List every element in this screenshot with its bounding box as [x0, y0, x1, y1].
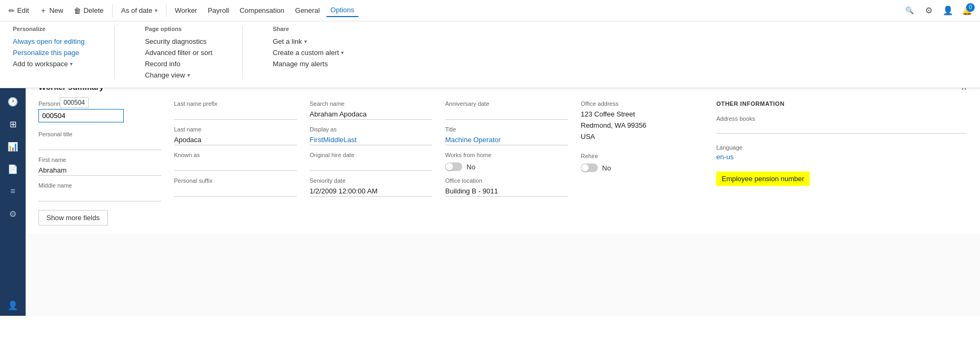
- col1: Personnel 000504 Personal title First na…: [38, 100, 161, 201]
- personalize-section: Personalize Always open for editing Pers…: [13, 26, 84, 79]
- works-from-home-toggle[interactable]: [445, 162, 462, 171]
- search-toolbar-icon: 🔍: [905, 6, 914, 14]
- anniversary-date-field: Anniversary date: [445, 100, 568, 120]
- personalize-this-link[interactable]: Personalize this page: [13, 49, 84, 57]
- user-icon-wrapper: 👤: [939, 2, 957, 19]
- language-value[interactable]: en-us: [716, 153, 967, 161]
- works-from-home-value: No: [467, 163, 476, 171]
- known-as-input[interactable]: [174, 160, 297, 171]
- personal-title-label: Personal title: [38, 131, 161, 137]
- options-button[interactable]: Options: [326, 4, 359, 17]
- anniversary-date-input[interactable]: [445, 109, 568, 120]
- works-from-home-label: Works from home: [445, 152, 568, 158]
- worker-button[interactable]: Worker: [171, 4, 202, 17]
- rehire-field: Rehire No: [581, 153, 704, 172]
- last-name-input[interactable]: [174, 135, 297, 145]
- personal-suffix-field: Personal suffix: [174, 177, 297, 197]
- add-to-workspace-link[interactable]: Add to workspace: [13, 60, 68, 68]
- get-link-link[interactable]: Get a link: [273, 37, 302, 45]
- delete-button[interactable]: 🗑 Delete: [69, 4, 108, 17]
- settings-icon-wrapper: ⚙: [920, 2, 937, 19]
- known-as-label: Known as: [174, 152, 297, 158]
- personal-title-field: Personal title: [38, 131, 161, 150]
- notification-wrapper: 🔔 0: [959, 2, 976, 19]
- user-profile-button[interactable]: 👤: [939, 2, 957, 19]
- personnel-wrapper: 000504: [38, 109, 161, 122]
- new-label: New: [49, 6, 63, 14]
- first-name-input[interactable]: [38, 165, 161, 176]
- search-name-input[interactable]: [310, 109, 432, 120]
- options-label: Options: [330, 6, 354, 14]
- settings-button[interactable]: ⚙: [920, 2, 937, 19]
- rehire-toggle-wrapper: No: [581, 164, 704, 172]
- delete-icon: 🗑: [74, 6, 81, 15]
- title-field: Title Machine Operator: [445, 126, 568, 145]
- as-of-date-button[interactable]: As of date ▾: [117, 4, 162, 17]
- seniority-date-input[interactable]: [310, 186, 432, 197]
- share-section: Share Get a link ▾ Create a custom alert…: [273, 26, 344, 79]
- title-value[interactable]: Machine Operator: [445, 135, 568, 145]
- change-view-link[interactable]: Change view: [145, 71, 185, 79]
- sidebar-list-icon[interactable]: ≡: [2, 181, 23, 202]
- add-to-workspace-row: Add to workspace ▾: [13, 60, 84, 68]
- sidebar-chart-icon[interactable]: 📊: [2, 136, 23, 157]
- share-title: Share: [273, 26, 344, 32]
- personnel-input[interactable]: [38, 109, 124, 122]
- original-hire-input[interactable]: [310, 160, 432, 171]
- office-location-label: Office location: [445, 177, 568, 184]
- sidebar-recent-icon[interactable]: 🕐: [2, 91, 23, 112]
- notification-badge: 0: [966, 3, 975, 12]
- original-hire-field: Original hire date: [310, 152, 432, 171]
- sidebar-doc-icon[interactable]: 📄: [2, 158, 23, 180]
- rehire-toggle[interactable]: [581, 164, 598, 172]
- last-name-prefix-input[interactable]: [174, 109, 297, 120]
- seniority-date-label: Seniority date: [310, 177, 432, 184]
- sidebar-settings-icon[interactable]: ⚙: [2, 203, 23, 224]
- manage-alerts-link[interactable]: Manage my alerts: [273, 60, 344, 68]
- personnel-label: Personnel: [38, 100, 161, 107]
- search-toolbar-button[interactable]: 🔍: [901, 4, 918, 17]
- compensation-label: Compensation: [240, 6, 284, 14]
- get-link-chevron: ▾: [304, 38, 307, 44]
- edit-icon: ✏: [9, 6, 15, 15]
- record-info-link[interactable]: Record info: [145, 60, 212, 68]
- always-open-link[interactable]: Always open for editing: [13, 37, 84, 45]
- display-as-value[interactable]: FirstMiddleLast: [310, 135, 432, 145]
- page-options-section: Page options Security diagnostics Advanc…: [145, 26, 212, 79]
- sidebar-user-icon[interactable]: 👤: [2, 294, 23, 316]
- rehire-value: No: [602, 164, 611, 172]
- add-workspace-chevron: ▾: [70, 61, 73, 67]
- personalize-title: Personalize: [13, 26, 84, 32]
- personal-title-input[interactable]: [38, 139, 161, 150]
- compensation-button[interactable]: Compensation: [235, 4, 289, 17]
- advanced-filter-link[interactable]: Advanced filter or sort: [145, 49, 212, 57]
- show-more-fields-button[interactable]: Show more fields: [38, 210, 108, 225]
- sidebar-workspaces-icon[interactable]: ⊞: [2, 113, 23, 135]
- first-name-field: First name: [38, 157, 161, 176]
- payroll-button[interactable]: Payroll: [203, 4, 233, 17]
- security-diagnostics-link[interactable]: Security diagnostics: [145, 37, 212, 45]
- options-panel: Personalize Always open for editing Pers…: [0, 21, 980, 88]
- form-grid: Personnel 000504 Personal title First na…: [38, 100, 967, 201]
- create-alert-link[interactable]: Create a custom alert: [273, 49, 339, 57]
- edit-label: Edit: [17, 6, 29, 14]
- change-view-row: Change view ▾: [145, 71, 212, 79]
- works-from-home-toggle-wrapper: No: [445, 162, 568, 171]
- personnel-field: Personnel 000504: [38, 100, 161, 122]
- general-label: General: [295, 6, 320, 14]
- rehire-label: Rehire: [581, 153, 704, 159]
- middle-name-input[interactable]: [38, 191, 161, 201]
- sep-2: [242, 26, 243, 79]
- general-button[interactable]: General: [291, 4, 324, 17]
- personal-suffix-input[interactable]: [174, 186, 297, 197]
- edit-button[interactable]: ✏ Edit: [4, 4, 33, 17]
- other-info-title: OTHER INFORMATION: [716, 100, 967, 107]
- office-location-input[interactable]: [445, 186, 568, 197]
- last-name-prefix-field: Last name prefix: [174, 100, 297, 120]
- col4: Anniversary date Title Machine Operator …: [445, 100, 568, 201]
- new-button[interactable]: ＋ New: [35, 4, 67, 18]
- search-name-field: Search name: [310, 100, 432, 120]
- known-as-field: Known as: [174, 152, 297, 171]
- display-as-label: Display as: [310, 126, 432, 133]
- page-options-title: Page options: [145, 26, 212, 32]
